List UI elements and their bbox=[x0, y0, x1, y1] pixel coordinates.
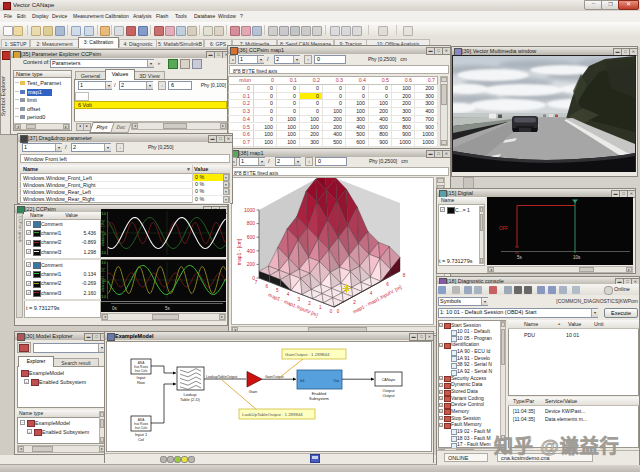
svg-text:Out: Out bbox=[334, 379, 340, 383]
svg-text:4: 4 bbox=[370, 291, 373, 296]
svg-text:OFF: OFF bbox=[499, 226, 508, 231]
svg-text:2: 2 bbox=[308, 301, 311, 306]
svg-text:5s: 5s bbox=[517, 255, 523, 260]
svg-text:0: 0 bbox=[330, 309, 333, 314]
svg-text:Output: Output bbox=[382, 393, 395, 398]
svg-text:channel1 - [s]: channel1 - [s] bbox=[101, 268, 105, 292]
svg-text:Inat Cols: Inat Cols bbox=[135, 369, 148, 373]
svg-text:LookUpTableOutput : 1.289844: LookUpTableOutput : 1.289844 bbox=[242, 412, 303, 417]
svg-text:5: 5 bbox=[276, 288, 279, 293]
svg-text:600: 600 bbox=[247, 234, 256, 240]
svg-text:GainOutput : 1.289844: GainOutput : 1.289844 bbox=[285, 352, 330, 357]
svg-text:LookupTableOutput: LookupTableOutput bbox=[206, 375, 237, 379]
svg-text:2: 2 bbox=[353, 300, 356, 305]
svg-text:channel1 - [Vs]: channel1 - [Vs] bbox=[101, 220, 105, 247]
svg-text:1: 1 bbox=[319, 305, 322, 310]
svg-text:map1 - [cm]: map1 - [cm] bbox=[236, 238, 242, 265]
svg-text:Inat Cols: Inat Cols bbox=[135, 426, 148, 430]
svg-text:10: 10 bbox=[101, 260, 106, 265]
svg-text:400: 400 bbox=[247, 248, 256, 254]
svg-text:0s: 0s bbox=[112, 306, 118, 311]
svg-text:6: 6 bbox=[265, 284, 268, 289]
svg-text:6: 6 bbox=[386, 282, 389, 287]
svg-text:800: 800 bbox=[247, 220, 256, 226]
svg-text:In1: In1 bbox=[300, 379, 305, 383]
svg-text:-10: -10 bbox=[101, 250, 107, 255]
svg-text:1000: 1000 bbox=[244, 207, 255, 213]
svg-text:3: 3 bbox=[298, 297, 301, 302]
svg-text:7: 7 bbox=[255, 280, 258, 285]
svg-text:10: 10 bbox=[101, 211, 106, 216]
svg-text:10s: 10s bbox=[573, 255, 581, 260]
svg-text:8: 8 bbox=[403, 273, 406, 278]
svg-text:Row: Row bbox=[137, 380, 145, 385]
svg-text:0: 0 bbox=[337, 309, 340, 314]
svg-text:200: 200 bbox=[247, 261, 256, 267]
svg-text:Subsystem: Subsystem bbox=[309, 396, 329, 401]
svg-text:5s: 5s bbox=[165, 306, 171, 311]
svg-text:CANape: CANape bbox=[382, 378, 396, 382]
svg-text:Table (2-D): Table (2-D) bbox=[180, 397, 200, 402]
svg-text:Gain: Gain bbox=[249, 389, 257, 394]
svg-text:4: 4 bbox=[287, 292, 290, 297]
svg-text:Col: Col bbox=[138, 437, 144, 442]
svg-text:-10: -10 bbox=[101, 294, 107, 299]
